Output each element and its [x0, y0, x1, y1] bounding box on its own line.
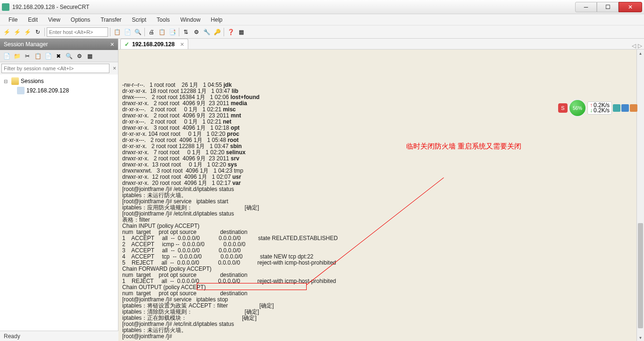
menu-options[interactable]: Options — [66, 15, 95, 25]
annotation-text: 临时关闭防火墙 重启系统又需要关闭 — [406, 143, 521, 149]
paste-icon[interactable]: 📄 — [123, 27, 132, 37]
session-manager-toolbar: 📄 📁 ✂ 📋 📄 ✖ 🔍 ⚙ ▦ — [0, 50, 118, 62]
toolbar-separator — [44, 28, 45, 36]
download-speed: 0.2K/s — [594, 108, 610, 113]
terminal-line: [root@jointframe /]# /etc/init.d/iptable… — [122, 321, 633, 327]
scroll-up-icon[interactable]: ▲ — [637, 50, 644, 57]
clear-filter-icon[interactable]: × — [111, 65, 118, 72]
tree-session-item[interactable]: 192.168.209.128 — [15, 86, 116, 95]
connect-icon[interactable]: ⚡ — [2, 27, 11, 37]
menu-file[interactable]: File — [4, 15, 22, 25]
widget-tool-1[interactable] — [613, 104, 620, 112]
session-icon — [17, 87, 25, 94]
window-controls: ─ ☐ ✕ — [575, 2, 642, 12]
session-manager-close-icon[interactable]: × — [110, 41, 114, 48]
properties-session-icon[interactable]: ⚙ — [75, 51, 84, 61]
scroll-thumb[interactable] — [638, 223, 643, 328]
toolbar: ⚡ ⚡ ⚡ ↻ 📋 📄 🔍 🖨 📋 📑 ⇅ ⚙ 🔧 🔑 ❓ ▦ — [0, 25, 644, 39]
new-folder-icon[interactable]: 📁 — [12, 51, 22, 61]
session-manager-header: Session Manager × — [0, 39, 118, 50]
search-icon[interactable]: 🔍 — [64, 51, 74, 61]
terminal-line: [root@jointframe /]# — [122, 333, 633, 340]
menu-tools[interactable]: Tools — [152, 15, 175, 25]
scroll-down-icon[interactable]: ▼ — [637, 334, 644, 341]
menu-view[interactable]: View — [43, 15, 65, 25]
copy-icon[interactable]: 📋 — [112, 27, 122, 37]
tab-prev-icon[interactable]: ◁ — [632, 42, 636, 49]
help-icon[interactable]: ❓ — [226, 27, 235, 37]
minimize-button[interactable]: ─ — [575, 2, 597, 12]
widget-tool-2[interactable] — [621, 104, 629, 112]
terminal[interactable]: 临时关闭防火墙 重启系统又需要关闭 -rw-r--r--. 1 root roo… — [118, 50, 636, 341]
titlebar: 192.168.209.128 - SecureCRT ─ ☐ ✕ — [0, 0, 644, 14]
app-icon — [2, 3, 9, 11]
key-icon[interactable]: 🔑 — [212, 27, 222, 37]
terminal-scrollbar[interactable]: ▲ ▼ — [636, 50, 644, 341]
tab-session[interactable]: ✓ 192.168.209.128 × — [120, 39, 188, 49]
input-method-badge[interactable]: S — [558, 103, 568, 113]
tab-label: 192.168.209.128 — [132, 41, 175, 48]
network-speeds: ↑0.2K/s ↓0.2K/s — [587, 101, 612, 115]
properties-icon[interactable]: 📋 — [157, 27, 167, 37]
new-session-icon[interactable]: 📄 — [2, 51, 11, 61]
menu-transfer[interactable]: Transfer — [96, 15, 126, 25]
quick-connect-icon[interactable]: ⚡ — [12, 27, 22, 37]
menubar: File Edit View Options Transfer Script T… — [0, 14, 644, 25]
xfer-icon[interactable]: ⇅ — [181, 27, 191, 37]
reconnect-icon[interactable]: ↻ — [33, 27, 42, 37]
tabs-nav: ◁ ▷ — [632, 42, 642, 49]
settings-icon[interactable]: ⚙ — [192, 27, 201, 37]
tab-next-icon[interactable]: ▷ — [638, 42, 642, 49]
content-area: ✓ 192.168.209.128 × ◁ ▷ 临时关闭防火墙 重启系统又需要关… — [118, 39, 644, 331]
sessions-icon[interactable]: 📑 — [167, 27, 177, 37]
cpu-gauge[interactable]: 56% — [569, 99, 586, 117]
filter-row: × — [0, 62, 118, 75]
toolbar-separator — [144, 28, 145, 36]
find-icon[interactable]: 🔍 — [133, 27, 142, 37]
highlight-box — [197, 283, 307, 290]
delete-icon[interactable]: ✖ — [54, 51, 63, 61]
widget-tool-3[interactable] — [630, 104, 637, 112]
cut-icon[interactable]: ✂ — [23, 51, 32, 61]
close-button[interactable]: ✕ — [619, 2, 642, 12]
terminal-line: [root@jointframe /]# /etc/init.d/iptable… — [122, 211, 633, 217]
maximize-button[interactable]: ☐ — [597, 2, 619, 12]
menu-window[interactable]: Window — [176, 15, 205, 25]
session-manager-panel: Session Manager × 📄 📁 ✂ 📋 📄 ✖ 🔍 ⚙ ▦ × ⊟ … — [0, 39, 118, 331]
host-input[interactable] — [47, 27, 108, 37]
tools-icon[interactable]: 🔧 — [202, 27, 211, 37]
session-tree: ⊟ Sessions 192.168.209.128 — [0, 75, 118, 331]
copy-session-icon[interactable]: 📋 — [33, 51, 42, 61]
connect-tab-icon[interactable]: ⚡ — [23, 27, 32, 37]
menu-help[interactable]: Help — [206, 15, 227, 25]
window-title: 192.168.209.128 - SecureCRT — [12, 4, 575, 10]
menu-edit[interactable]: Edit — [23, 15, 42, 25]
print-icon[interactable]: 🖨 — [147, 27, 156, 37]
tree-session-label: 192.168.209.128 — [26, 87, 69, 94]
toolbar-separator — [110, 28, 110, 36]
scroll-track[interactable] — [637, 57, 644, 334]
filter-input[interactable] — [1, 64, 109, 73]
terminal-line: iptables：未运行防火墙。 — [122, 327, 633, 333]
tab-close-icon[interactable]: × — [180, 41, 184, 48]
menu-script[interactable]: Script — [127, 15, 151, 25]
widget-tools — [613, 104, 637, 112]
terminal-line: [root@jointframe /]# /etc/init.d/iptable… — [122, 186, 633, 192]
main-area: Session Manager × 📄 📁 ✂ 📋 📄 ✖ 🔍 ⚙ ▦ × ⊟ … — [0, 39, 644, 331]
tree-root-label: Sessions — [21, 78, 44, 84]
terminal-wrapper: 临时关闭防火墙 重启系统又需要关闭 -rw-r--r--. 1 root roo… — [118, 50, 644, 341]
download-icon: ↓ — [590, 108, 593, 113]
toolbar-separator — [224, 28, 224, 36]
more-icon[interactable]: ▦ — [85, 51, 94, 61]
connected-check-icon: ✓ — [125, 41, 129, 48]
paste-session-icon[interactable]: 📄 — [43, 51, 53, 61]
expander-icon[interactable]: ⊟ — [4, 79, 9, 84]
session-manager-title: Session Manager — [4, 41, 48, 48]
system-widget: S 56% ↑0.2K/s ↓0.2K/s — [558, 99, 637, 117]
tile-icon[interactable]: ▦ — [236, 27, 246, 37]
folder-icon — [11, 77, 19, 85]
toolbar-separator — [179, 28, 179, 36]
tabs-bar: ✓ 192.168.209.128 × ◁ ▷ — [118, 39, 644, 50]
tree-root-sessions[interactable]: ⊟ Sessions — [2, 76, 116, 86]
